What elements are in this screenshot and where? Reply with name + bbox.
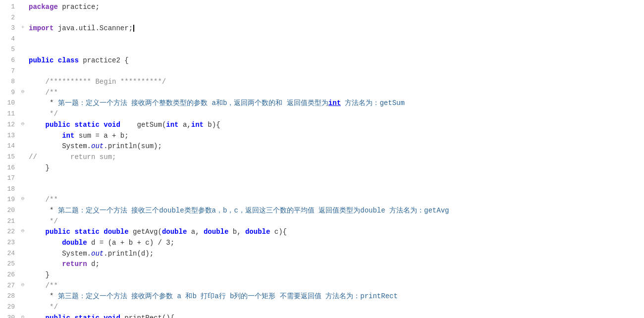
code-line: 18 bbox=[0, 184, 644, 195]
line-number: 2 bbox=[0, 13, 19, 23]
token-comment-line: /********** Begin **********/ bbox=[46, 78, 166, 86]
line-number: 22 bbox=[0, 227, 19, 237]
token-commented-out: return sum; bbox=[70, 153, 116, 161]
token-cn: } bbox=[29, 164, 50, 172]
code-line: 8 /********** Begin **********/ bbox=[0, 77, 644, 88]
code-line: 10 * 第一题：定义一个方法 接收两个整数类型的参数 a和b，返回两个数的和 … bbox=[0, 98, 644, 109]
line-number: 23 bbox=[0, 238, 19, 248]
token-cn: a, bbox=[187, 228, 204, 236]
token-cn bbox=[29, 89, 46, 97]
token-kw2: static bbox=[74, 121, 99, 129]
token-cn bbox=[29, 217, 50, 225]
token-kw2: void bbox=[104, 314, 120, 318]
token-comment-line: */ bbox=[50, 110, 58, 118]
code-content: * 第二题：定义一个方法 接收三个double类型参数a，b，c，返回这三个数的… bbox=[27, 206, 644, 216]
code-line: 15// return sum; bbox=[0, 152, 644, 163]
token-kw2: int bbox=[62, 132, 74, 140]
code-content: System.out.println(sum); bbox=[27, 141, 644, 152]
token-cn: practice2 { bbox=[79, 56, 129, 64]
token-cn bbox=[29, 121, 46, 129]
line-number: 24 bbox=[0, 249, 19, 259]
token-kw: package bbox=[29, 3, 58, 11]
code-line: 9⊖ /** bbox=[0, 88, 644, 99]
token-kw2: public bbox=[29, 56, 54, 64]
token-kw2: public bbox=[46, 228, 70, 236]
token-kw2: public bbox=[46, 121, 70, 129]
code-line: 12⊖ public static void getSum(int a,int … bbox=[0, 120, 644, 131]
token-cn bbox=[29, 239, 62, 247]
code-editor: 1package practice;23+import java.util.Sc… bbox=[0, 0, 644, 318]
code-content: } bbox=[27, 163, 644, 174]
fold-indicator[interactable]: ⊖ bbox=[19, 120, 27, 128]
token-underline-kw: int bbox=[328, 99, 341, 107]
token-cn bbox=[29, 303, 50, 311]
code-line: 30⊖ public static void printRect(){ bbox=[0, 313, 644, 318]
line-number: 27 bbox=[0, 281, 19, 291]
token-kw2: class bbox=[58, 56, 79, 64]
line-number: 29 bbox=[0, 302, 19, 312]
token-kw2: public bbox=[46, 314, 70, 318]
token-comment-line: /** bbox=[46, 89, 58, 97]
code-line: 22⊖ public static double getAvg(double a… bbox=[0, 227, 644, 238]
code-content: * 第三题：定义一个方法 接收两个参数 a 和b 打印a行 b列的一个矩形 不需… bbox=[27, 291, 644, 302]
code-line: 3+import java.util.Scanner; bbox=[0, 23, 644, 34]
code-line: 7 bbox=[0, 66, 644, 77]
token-blue-text: 第二题：定义一个方法 接收三个double类型参数a，b，c，返回这三个数的平均… bbox=[58, 207, 449, 214]
fold-indicator[interactable]: + bbox=[19, 23, 27, 32]
token-cn bbox=[54, 56, 57, 64]
code-line: 14 System.out.println(sum); bbox=[0, 141, 644, 152]
token-cn: .println(sum); bbox=[104, 142, 162, 150]
fold-indicator[interactable]: ⊖ bbox=[19, 227, 27, 235]
token-cn bbox=[29, 314, 46, 318]
token-cn bbox=[29, 110, 50, 118]
code-line: 13 int sum = a + b; bbox=[0, 131, 644, 142]
token-cn: practice; bbox=[58, 3, 100, 11]
token-cn: d = (a + b + c) / 3; bbox=[87, 239, 174, 247]
token-kw2: int bbox=[166, 121, 178, 129]
token-kw2: double bbox=[162, 228, 187, 236]
token-cn: a, bbox=[179, 121, 191, 129]
token-kw2: double bbox=[204, 228, 228, 236]
code-content: */ bbox=[27, 216, 644, 227]
code-content: */ bbox=[27, 302, 644, 313]
code-content: public static double getAvg(double a, do… bbox=[27, 227, 644, 238]
token-cn: d; bbox=[87, 260, 100, 268]
token-cn: System. bbox=[29, 250, 91, 258]
code-line: 2 bbox=[0, 13, 644, 24]
line-number: 13 bbox=[0, 131, 19, 141]
line-number: 5 bbox=[0, 45, 19, 54]
code-content: public static void getSum(int a,int b){ bbox=[27, 120, 644, 131]
fold-indicator[interactable]: ⊖ bbox=[19, 195, 27, 203]
token-kw2: void bbox=[104, 121, 120, 129]
token-cn: sum = a + b; bbox=[74, 132, 128, 140]
token-kw2: double bbox=[62, 239, 87, 247]
line-number: 19 bbox=[0, 195, 19, 205]
code-content: public class practice2 { bbox=[27, 55, 644, 66]
line-number: 15 bbox=[0, 152, 19, 162]
line-number: 17 bbox=[0, 173, 19, 183]
token-blue-text: 第一题：定义一个方法 接收两个整数类型的参数 a和b，返回两个数的和 返回值类型… bbox=[58, 99, 328, 107]
code-content: double d = (a + b + c) / 3; bbox=[27, 238, 644, 249]
token-cn bbox=[100, 121, 104, 129]
token-cn bbox=[29, 196, 46, 204]
fold-indicator[interactable]: ⊖ bbox=[19, 313, 27, 318]
code-line: 25 return d; bbox=[0, 259, 644, 270]
code-content: /** bbox=[27, 281, 644, 292]
code-content: /********** Begin **********/ bbox=[27, 77, 644, 88]
line-number: 8 bbox=[0, 77, 19, 87]
token-blue-text: 方法名为：getSum bbox=[341, 99, 405, 107]
code-content: System.out.println(d); bbox=[27, 249, 644, 260]
code-line: 6public class practice2 { bbox=[0, 55, 644, 66]
code-line: 24 System.out.println(d); bbox=[0, 249, 644, 260]
token-cn bbox=[100, 314, 104, 318]
token-kw2: double bbox=[104, 228, 128, 236]
token-cn: getSum( bbox=[120, 121, 166, 129]
fold-indicator[interactable]: ⊖ bbox=[19, 281, 27, 289]
line-number: 7 bbox=[0, 66, 19, 76]
code-content: /** bbox=[27, 88, 644, 99]
code-line: 16 } bbox=[0, 163, 644, 174]
token-kw2: static bbox=[74, 228, 99, 236]
fold-indicator[interactable]: ⊖ bbox=[19, 88, 27, 96]
token-cn: * bbox=[29, 207, 58, 214]
code-line: 29 */ bbox=[0, 302, 644, 313]
